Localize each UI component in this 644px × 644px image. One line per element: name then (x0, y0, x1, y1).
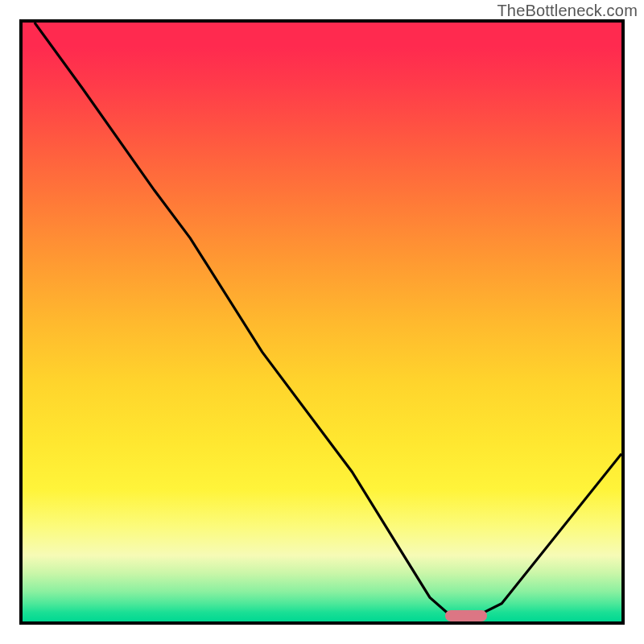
background-gradient (23, 23, 621, 621)
plot-frame (19, 19, 625, 625)
optimal-marker (445, 610, 487, 621)
chart-container: TheBottleneck.com (0, 0, 644, 644)
watermark-text: TheBottleneck.com (497, 2, 638, 20)
